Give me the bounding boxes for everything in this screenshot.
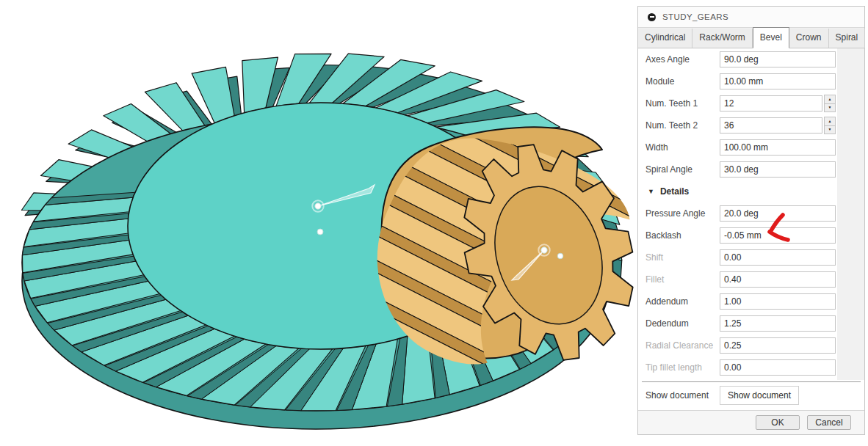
dedendum-label: Dedendum (645, 318, 720, 329)
study-gears-panel: STUDY_GEARS Cylindrical Rack/Worm Bevel … (637, 6, 865, 435)
module-row: Module (638, 70, 864, 92)
axes-angle-label: Axes Angle (645, 54, 720, 65)
radial-clearance-input[interactable] (720, 337, 836, 354)
backlash-input[interactable] (720, 227, 836, 244)
show-document-label: Show document (645, 390, 720, 401)
spinner-down-icon[interactable]: ▼ (824, 103, 836, 113)
pressure-angle-row: Pressure Angle (638, 202, 864, 224)
ok-button[interactable]: OK (756, 415, 800, 430)
cancel-button[interactable]: Cancel (807, 415, 851, 430)
num-teeth-2-label: Num. Teeth 2 (645, 120, 720, 131)
tip-fillet-length-input[interactable] (720, 359, 836, 376)
backlash-row: Backlash (638, 224, 864, 246)
width-label: Width (645, 142, 720, 153)
shift-input[interactable] (720, 249, 836, 266)
tab-crown[interactable]: Crown (789, 29, 829, 48)
pressure-angle-input[interactable] (720, 205, 836, 222)
fillet-row: Fillet (638, 268, 864, 290)
spiral-angle-input[interactable] (720, 161, 836, 178)
fillet-input[interactable] (720, 271, 836, 288)
tab-bevel[interactable]: Bevel (753, 27, 789, 48)
shift-row: Shift (638, 246, 864, 268)
radial-clearance-label: Radial Clearance (645, 340, 720, 351)
fillet-label: Fillet (645, 274, 720, 285)
collapse-icon[interactable] (648, 13, 656, 21)
addendum-row: Addendum (638, 290, 864, 312)
details-section-header[interactable]: ▼ Details (638, 180, 864, 202)
app-window: STUDY_GEARS Cylindrical Rack/Worm Bevel … (0, 0, 868, 446)
num-teeth-1-label: Num. Teeth 1 (645, 98, 720, 109)
panel-header: STUDY_GEARS (638, 7, 864, 28)
tab-rack-worm[interactable]: Rack/Worm (692, 29, 752, 48)
show-document-row: Show document Show document (638, 382, 864, 409)
spinner-down-icon[interactable]: ▼ (824, 125, 836, 135)
spiral-angle-row: Spiral Angle (638, 158, 864, 180)
backlash-label: Backlash (645, 230, 720, 241)
gear-3d-viewport[interactable] (0, 0, 637, 446)
dedendum-row: Dedendum (638, 312, 864, 334)
axes-angle-input[interactable] (720, 51, 836, 67)
module-label: Module (645, 76, 720, 87)
dedendum-input[interactable] (720, 315, 836, 332)
tip-fillet-length-row: Tip fillet length (638, 357, 864, 379)
num-teeth-1-input[interactable] (720, 95, 822, 112)
gear-3d-scene (0, 0, 637, 446)
num-teeth-2-row: Num. Teeth 2 ▲ ▼ (638, 114, 864, 136)
width-input[interactable] (720, 139, 836, 156)
addendum-label: Addendum (645, 296, 720, 307)
panel-body: Axes Angle Module Num. Teeth 1 ▲ ▼ Num. … (638, 48, 864, 411)
shift-label: Shift (645, 252, 720, 263)
axes-angle-row: Axes Angle (638, 48, 864, 70)
details-label: Details (660, 186, 689, 197)
pressure-angle-label: Pressure Angle (645, 208, 720, 219)
num-teeth-2-input[interactable] (720, 117, 822, 134)
radial-clearance-row: Radial Clearance (638, 334, 864, 357)
num-teeth-2-spinner: ▲ ▼ (824, 117, 836, 134)
collapse-triangle-icon: ▼ (648, 188, 654, 195)
num-teeth-1-row: Num. Teeth 1 ▲ ▼ (638, 92, 864, 114)
panel-footer: OK Cancel (638, 410, 864, 434)
spiral-angle-label: Spiral Angle (645, 164, 720, 175)
panel-title: STUDY_GEARS (662, 12, 728, 21)
num-teeth-1-spinner: ▲ ▼ (824, 95, 836, 112)
tab-cylindrical[interactable]: Cylindrical (638, 29, 692, 48)
tab-bar: Cylindrical Rack/Worm Bevel Crown Spiral (638, 28, 864, 48)
width-row: Width (638, 136, 864, 158)
module-input[interactable] (720, 73, 836, 89)
addendum-input[interactable] (720, 293, 836, 310)
tab-spiral[interactable]: Spiral (829, 29, 866, 48)
show-document-button[interactable]: Show document (720, 386, 799, 405)
tip-fillet-length-label: Tip fillet length (645, 362, 720, 373)
